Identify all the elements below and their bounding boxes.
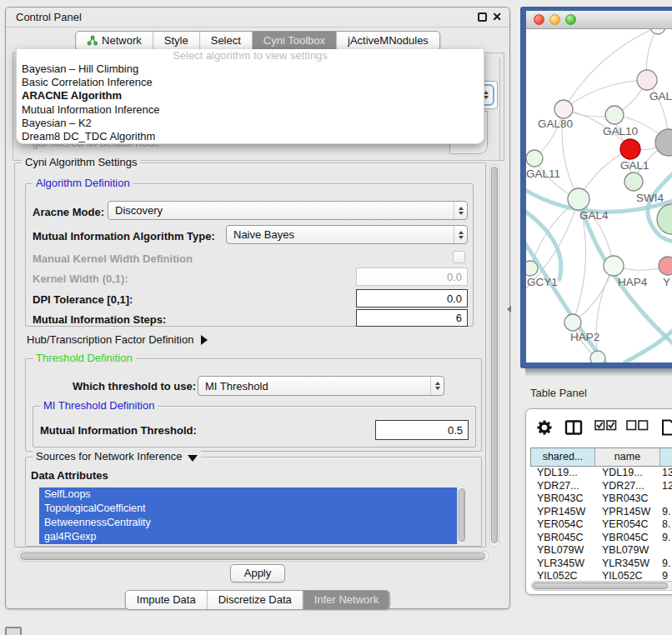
tab-label: Cyni Toolbox (263, 34, 325, 47)
scrollbar-thumb[interactable] (491, 167, 498, 543)
network-node[interactable] (650, 29, 665, 34)
algorithm-option[interactable]: Basic Correlation Inference (17, 76, 484, 89)
data-attribute-item[interactable]: SelfLoops (39, 488, 466, 502)
network-node-hap2[interactable] (564, 314, 581, 331)
aracne-mode-combo[interactable]: Discovery (108, 201, 468, 220)
table-cell: 9. (660, 506, 672, 519)
tab-impute-data[interactable]: Impute Data (126, 591, 207, 609)
which-threshold-label: Which threshold to use: (73, 380, 196, 392)
table-row[interactable]: YBL079WYBL079W (530, 544, 672, 558)
tab-select[interactable]: Select (199, 32, 252, 50)
network-node[interactable] (657, 204, 672, 234)
table-panel-title: Table Panel (530, 387, 587, 399)
table-row[interactable]: YDL19...YDL19...13 (530, 467, 672, 480)
page-icon[interactable] (661, 419, 672, 438)
control-panel-window: Control Panel ✕ gal-filtered sif default… (5, 7, 510, 609)
column-header[interactable]: shared... (530, 448, 595, 467)
tab-cyni-toolbox[interactable]: Cyni Toolbox (252, 32, 336, 50)
table-row[interactable]: YLR345WYLR345W9. (530, 558, 672, 571)
network-node-gal80[interactable] (554, 100, 573, 118)
network-window-titlebar[interactable] (526, 11, 672, 29)
table-row[interactable]: YBR043CYBR043C (530, 492, 672, 506)
tab-label: Discretize Data (218, 593, 292, 606)
deselect-all-icon[interactable] (626, 419, 649, 434)
column-header[interactable] (660, 448, 672, 467)
data-attribute-item[interactable]: BetweennessCentrality (39, 516, 466, 530)
table-rows: YDL19...YDL19...13YDR27...YDR27...12YBR0… (530, 467, 672, 579)
mi-type-combo[interactable]: Naive Bayes (226, 225, 468, 244)
collapse-down-icon[interactable] (188, 455, 198, 462)
combo-stepper-icon[interactable] (454, 202, 467, 219)
network-node-label: GAL11 (526, 168, 560, 180)
network-node-label: GAL1 (620, 159, 649, 172)
algorithm-option[interactable]: ARACNE Algorithm (17, 89, 484, 102)
tab-network[interactable]: Network (76, 32, 153, 50)
tab-jactivemnodules[interactable]: jActiveMNodules (336, 32, 439, 50)
cyni-bottom-tabbar: Impute DataDiscretize DataInfer Network (125, 590, 390, 610)
apply-button[interactable]: Apply (230, 564, 285, 582)
network-node[interactable] (526, 261, 538, 276)
network-node[interactable] (590, 351, 605, 362)
table-row[interactable]: YIL052CYIL052C9 (530, 570, 672, 579)
settings-horizontal-scrollbar[interactable] (18, 551, 489, 562)
scrollbar-thumb[interactable] (459, 488, 465, 542)
network-node-label: Y (663, 276, 670, 288)
network-node-swi4[interactable] (624, 172, 643, 191)
hub-section-toggle[interactable]: Hub/Transcription Factor Definition (27, 333, 208, 346)
scrollbar-thumb[interactable] (533, 582, 668, 589)
combo-stepper-icon[interactable] (430, 377, 444, 395)
table-row[interactable]: YBR045CYBR045C9. (530, 532, 672, 545)
column-header[interactable]: name (595, 448, 660, 467)
network-node-gal1[interactable] (620, 139, 640, 159)
network-canvas[interactable]: GALGAL80GAL10GAL1GAL11SWI4GAL4HAP4YHAP2G… (526, 29, 672, 362)
table-row[interactable]: YPR145WYPR145W9. (530, 506, 672, 519)
zoom-traffic-light-icon[interactable] (565, 14, 576, 25)
gear-icon[interactable] (536, 419, 553, 438)
tab-discretize-data[interactable]: Discretize Data (207, 591, 303, 609)
scrollbar-thumb[interactable] (20, 552, 485, 560)
which-threshold-combo[interactable]: MI Threshold (198, 376, 444, 396)
table-row[interactable]: YDR27...YDR27...12 (530, 480, 672, 493)
network-node-gal11[interactable] (526, 150, 543, 167)
table-cell: YIL052C (595, 570, 660, 579)
mi-threshold-field[interactable] (375, 420, 469, 440)
data-attribute-item[interactable]: gal4RGexp (39, 530, 466, 544)
network-node-gal[interactable] (637, 70, 657, 90)
close-traffic-light-icon[interactable] (534, 14, 544, 25)
mi-type-value: Naive Bayes (233, 228, 454, 241)
settings-vertical-scrollbar[interactable] (489, 164, 499, 548)
algorithm-option[interactable]: Bayesian – Hill Climbing (17, 62, 484, 76)
mi-steps-field[interactable] (356, 309, 468, 327)
collapsed-panel-icon[interactable] (5, 627, 22, 635)
panel-splitter-arrow[interactable] (507, 306, 511, 312)
table-cell: 12 (660, 480, 672, 493)
dpi-tolerance-field[interactable] (356, 289, 468, 308)
minimize-traffic-light-icon[interactable] (549, 14, 560, 25)
algorithm-option[interactable]: Bayesian – K2 (17, 117, 484, 130)
table-cell: YBL079W (595, 544, 660, 558)
tab-style[interactable]: Style (153, 32, 199, 50)
table-cell: YBL079W (530, 544, 595, 558)
float-window-icon[interactable] (478, 12, 487, 22)
table-cell: 9 (660, 570, 672, 579)
sources-legend: Sources for Network Inference (33, 450, 201, 462)
algorithm-option[interactable]: Dream8 DC_TDC Algorithm (17, 130, 484, 143)
network-node-gal4[interactable] (568, 188, 589, 210)
tab-infer-network[interactable]: Infer Network (303, 591, 389, 609)
algorithm-option[interactable]: Mutual Information Inference (17, 103, 484, 117)
attributes-scrollbar[interactable] (457, 488, 466, 544)
hub-section-label: Hub/Transcription Factor Definition (27, 333, 193, 346)
table-horizontal-scrollbar[interactable] (531, 581, 672, 591)
network-window[interactable]: GALGAL80GAL10GAL1GAL11SWI4GAL4HAP4YHAP2G… (520, 7, 672, 368)
split-columns-icon[interactable] (564, 419, 583, 438)
table-row[interactable]: YER054CYER054C8. (530, 518, 672, 532)
network-node-hap4[interactable] (604, 256, 624, 276)
network-node-gal10[interactable] (605, 106, 624, 124)
mi-threshold-legend: MI Threshold Definition (40, 399, 158, 412)
data-attribute-item[interactable]: TopologicalCoefficient (39, 502, 466, 516)
combo-stepper-icon[interactable] (454, 226, 467, 243)
select-all-icon[interactable] (594, 419, 617, 434)
table-cell: YBR045C (595, 532, 660, 545)
network-node-y[interactable] (659, 257, 672, 275)
close-icon[interactable]: ✕ (492, 10, 502, 23)
